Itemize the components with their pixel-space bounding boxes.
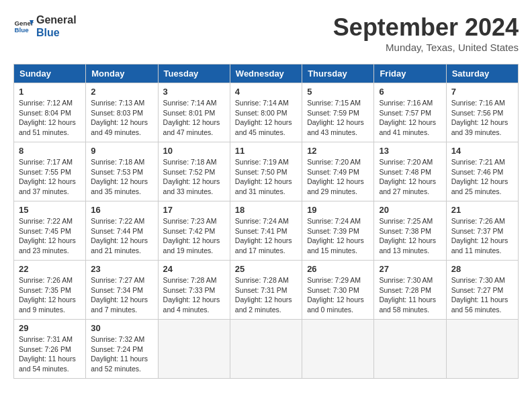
day-number: 14 [451, 146, 513, 156]
day-number: 1 [19, 87, 81, 97]
col-tuesday: Tuesday [158, 64, 230, 83]
day-number: 8 [19, 146, 81, 156]
logo: General Blue General Blue [13, 13, 77, 39]
day-cell: 25Sunrise: 7:28 AM Sunset: 7:31 PM Dayli… [230, 261, 302, 320]
day-number: 17 [163, 205, 225, 215]
col-sunday: Sunday [14, 64, 86, 83]
day-number: 21 [451, 205, 513, 215]
day-cell: 14Sunrise: 7:21 AM Sunset: 7:46 PM Dayli… [446, 142, 518, 201]
day-cell: 20Sunrise: 7:25 AM Sunset: 7:38 PM Dayli… [374, 201, 446, 261]
day-number: 30 [91, 323, 152, 333]
page-header: General Blue General Blue September 2024… [13, 13, 519, 53]
day-info: Sunrise: 7:14 AM Sunset: 8:00 PM Dayligh… [235, 98, 297, 138]
day-number: 25 [235, 264, 297, 274]
day-info: Sunrise: 7:19 AM Sunset: 7:50 PM Dayligh… [235, 157, 297, 197]
day-number: 20 [379, 205, 441, 215]
col-saturday: Saturday [446, 64, 518, 83]
day-number: 15 [19, 205, 81, 215]
day-number: 18 [235, 205, 297, 215]
day-cell: 27Sunrise: 7:30 AM Sunset: 7:28 PM Dayli… [374, 261, 446, 320]
day-cell: 3Sunrise: 7:14 AM Sunset: 8:01 PM Daylig… [158, 83, 230, 142]
empty-cell [446, 320, 518, 379]
day-info: Sunrise: 7:29 AM Sunset: 7:30 PM Dayligh… [307, 275, 369, 315]
col-friday: Friday [374, 64, 446, 83]
day-info: Sunrise: 7:14 AM Sunset: 8:01 PM Dayligh… [163, 98, 225, 138]
day-cell: 28Sunrise: 7:30 AM Sunset: 7:27 PM Dayli… [446, 261, 518, 320]
empty-cell [374, 320, 446, 379]
day-number: 27 [379, 264, 441, 274]
day-cell: 16Sunrise: 7:22 AM Sunset: 7:44 PM Dayli… [86, 201, 158, 261]
col-wednesday: Wednesday [230, 64, 302, 83]
day-cell: 7Sunrise: 7:16 AM Sunset: 7:56 PM Daylig… [446, 83, 518, 142]
day-number: 11 [235, 146, 297, 156]
day-info: Sunrise: 7:28 AM Sunset: 7:33 PM Dayligh… [163, 275, 225, 315]
day-cell: 13Sunrise: 7:20 AM Sunset: 7:48 PM Dayli… [374, 142, 446, 201]
day-number: 13 [379, 146, 441, 156]
day-cell: 10Sunrise: 7:18 AM Sunset: 7:52 PM Dayli… [158, 142, 230, 201]
day-number: 2 [91, 87, 152, 97]
day-info: Sunrise: 7:30 AM Sunset: 7:28 PM Dayligh… [379, 275, 441, 315]
day-cell: 1Sunrise: 7:12 AM Sunset: 8:04 PM Daylig… [14, 83, 86, 142]
calendar-week: 1Sunrise: 7:12 AM Sunset: 8:04 PM Daylig… [14, 83, 519, 142]
empty-cell [230, 320, 302, 379]
day-cell: 12Sunrise: 7:20 AM Sunset: 7:49 PM Dayli… [302, 142, 374, 201]
day-cell: 19Sunrise: 7:24 AM Sunset: 7:39 PM Dayli… [302, 201, 374, 261]
day-info: Sunrise: 7:21 AM Sunset: 7:46 PM Dayligh… [451, 157, 513, 197]
svg-text:Blue: Blue [15, 26, 30, 34]
day-info: Sunrise: 7:16 AM Sunset: 7:56 PM Dayligh… [451, 98, 513, 138]
day-info: Sunrise: 7:24 AM Sunset: 7:39 PM Dayligh… [307, 216, 369, 256]
day-number: 29 [19, 323, 81, 333]
day-info: Sunrise: 7:28 AM Sunset: 7:31 PM Dayligh… [235, 275, 297, 315]
day-number: 24 [163, 264, 225, 274]
day-info: Sunrise: 7:20 AM Sunset: 7:48 PM Dayligh… [379, 157, 441, 197]
day-cell: 9Sunrise: 7:18 AM Sunset: 7:53 PM Daylig… [86, 142, 158, 201]
day-info: Sunrise: 7:22 AM Sunset: 7:44 PM Dayligh… [91, 216, 152, 256]
title-area: September 2024 Munday, Texas, United Sta… [333, 13, 519, 53]
calendar-week: 15Sunrise: 7:22 AM Sunset: 7:45 PM Dayli… [14, 201, 519, 261]
calendar-table: Sunday Monday Tuesday Wednesday Thursday… [13, 64, 519, 379]
day-number: 28 [451, 264, 513, 274]
day-info: Sunrise: 7:18 AM Sunset: 7:53 PM Dayligh… [91, 157, 152, 197]
header-row: Sunday Monday Tuesday Wednesday Thursday… [14, 64, 519, 83]
day-info: Sunrise: 7:13 AM Sunset: 8:03 PM Dayligh… [91, 98, 152, 138]
day-cell: 6Sunrise: 7:16 AM Sunset: 7:57 PM Daylig… [374, 83, 446, 142]
day-info: Sunrise: 7:24 AM Sunset: 7:41 PM Dayligh… [235, 216, 297, 256]
day-cell: 17Sunrise: 7:23 AM Sunset: 7:42 PM Dayli… [158, 201, 230, 261]
day-number: 9 [91, 146, 152, 156]
day-info: Sunrise: 7:25 AM Sunset: 7:38 PM Dayligh… [379, 216, 441, 256]
day-number: 26 [307, 264, 369, 274]
day-number: 19 [307, 205, 369, 215]
day-number: 16 [91, 205, 152, 215]
logo-icon: General Blue [13, 16, 34, 36]
empty-cell [302, 320, 374, 379]
day-number: 10 [163, 146, 225, 156]
calendar-week: 8Sunrise: 7:17 AM Sunset: 7:55 PM Daylig… [14, 142, 519, 201]
day-number: 12 [307, 146, 369, 156]
day-cell: 11Sunrise: 7:19 AM Sunset: 7:50 PM Dayli… [230, 142, 302, 201]
day-cell: 5Sunrise: 7:15 AM Sunset: 7:59 PM Daylig… [302, 83, 374, 142]
day-info: Sunrise: 7:15 AM Sunset: 7:59 PM Dayligh… [307, 98, 369, 138]
day-info: Sunrise: 7:20 AM Sunset: 7:49 PM Dayligh… [307, 157, 369, 197]
day-cell: 18Sunrise: 7:24 AM Sunset: 7:41 PM Dayli… [230, 201, 302, 261]
day-cell: 2Sunrise: 7:13 AM Sunset: 8:03 PM Daylig… [86, 83, 158, 142]
month-title: September 2024 [333, 13, 519, 42]
day-info: Sunrise: 7:32 AM Sunset: 7:24 PM Dayligh… [91, 334, 152, 374]
day-number: 3 [163, 87, 225, 97]
col-monday: Monday [86, 64, 158, 83]
calendar-week: 29Sunrise: 7:31 AM Sunset: 7:26 PM Dayli… [14, 320, 519, 379]
day-info: Sunrise: 7:22 AM Sunset: 7:45 PM Dayligh… [19, 216, 81, 256]
calendar-week: 22Sunrise: 7:26 AM Sunset: 7:35 PM Dayli… [14, 261, 519, 320]
day-number: 7 [451, 87, 513, 97]
day-number: 4 [235, 87, 297, 97]
day-number: 22 [19, 264, 81, 274]
day-info: Sunrise: 7:17 AM Sunset: 7:55 PM Dayligh… [19, 157, 81, 197]
day-cell: 26Sunrise: 7:29 AM Sunset: 7:30 PM Dayli… [302, 261, 374, 320]
day-info: Sunrise: 7:26 AM Sunset: 7:37 PM Dayligh… [451, 216, 513, 256]
day-info: Sunrise: 7:16 AM Sunset: 7:57 PM Dayligh… [379, 98, 441, 138]
day-cell: 15Sunrise: 7:22 AM Sunset: 7:45 PM Dayli… [14, 201, 86, 261]
col-thursday: Thursday [302, 64, 374, 83]
day-number: 5 [307, 87, 369, 97]
day-cell: 30Sunrise: 7:32 AM Sunset: 7:24 PM Dayli… [86, 320, 158, 379]
day-cell: 24Sunrise: 7:28 AM Sunset: 7:33 PM Dayli… [158, 261, 230, 320]
day-info: Sunrise: 7:26 AM Sunset: 7:35 PM Dayligh… [19, 275, 81, 315]
